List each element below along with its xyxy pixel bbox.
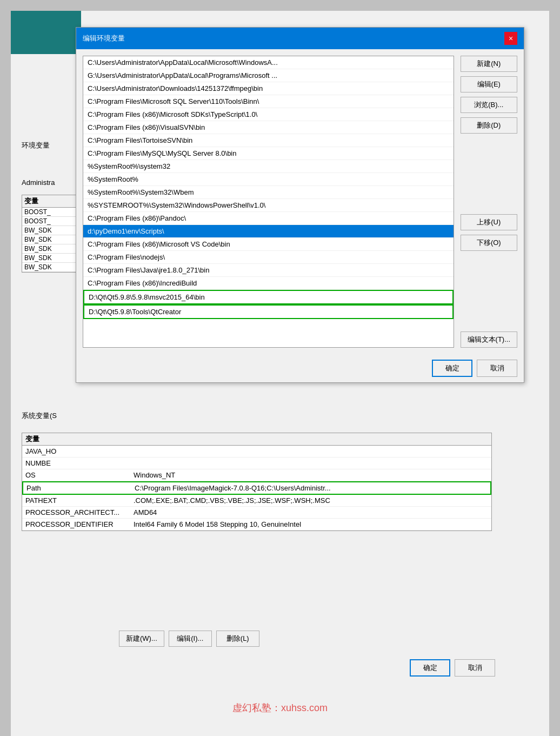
bg-bottom-buttons: 新建(W)... 编辑(I)... 删除(L) (119, 631, 259, 647)
bg-cancel-button[interactable]: 取消 (455, 659, 495, 677)
path-list-item[interactable]: D:\Qt\Qt5.9.8\Tools\QtCreator (83, 304, 454, 319)
screen-wrapper: 环境变量 Administra 变量 BOOST_ BOOST_ BW_SDK … (11, 11, 549, 736)
bg-ok-button[interactable]: 确定 (410, 659, 450, 677)
edit-env-var-dialog: 编辑环境变量 × C:\Users\Administrator\AppData\… (76, 27, 524, 383)
path-list-item[interactable]: C:\Program Files\Microsoft SQL Server\11… (83, 95, 454, 108)
path-list-item[interactable]: D:\Qt\Qt5.9.8\5.9.8\msvc2015_64\bin (83, 290, 454, 304)
path-list-item[interactable]: C:\Program Files (x86)\Pandoc\ (83, 212, 454, 225)
table-row: PROCESSOR_ARCHITECT... AMD64 (22, 507, 491, 519)
bg-systable-val-col (134, 434, 488, 444)
table-row: PROCESSOR_IDENTIFIER Intel64 Family 6 Mo… (22, 519, 491, 531)
path-list-item[interactable]: C:\Program Files\MySQL\MySQL Server 8.0\… (83, 147, 454, 160)
bg-new-button[interactable]: 新建(W)... (119, 631, 164, 647)
path-list-item[interactable]: %SystemRoot%\System32\Wbem (83, 186, 454, 199)
path-list-item[interactable]: C:\Program Files (x86)\Microsoft SDKs\Ty… (83, 108, 454, 121)
right-buttons-panel: 新建(N) 编辑(E) 浏览(B)... 删除(D) 上移(U) 下移(O) 编… (461, 56, 517, 348)
watermark: 虚幻私塾：xuhss.com (232, 701, 328, 714)
path-list-item[interactable]: C:\Users\Administrator\Downloads\1425137… (83, 82, 454, 95)
dialog-title: 编辑环境变量 (83, 34, 125, 43)
bg-systable-header: 变量 (22, 433, 491, 446)
path-list-item[interactable]: C:\Program Files (x86)\VisualSVN\bin (83, 121, 454, 134)
path-list-item[interactable]: G:\Users\Administrator\AppData\Local\Pro… (83, 69, 454, 82)
bg-admin-label: Administra (22, 178, 55, 187)
bg-systable-var-col: 变量 (25, 434, 134, 444)
new-button[interactable]: 新建(N) (461, 56, 517, 72)
delete-button[interactable]: 删除(D) (461, 117, 517, 134)
path-list[interactable]: C:\Users\Administrator\AppData\Local\Mic… (83, 56, 454, 348)
edit-text-button[interactable]: 编辑文本(T)... (461, 331, 517, 348)
path-list-item[interactable]: %SYSTEMROOT%\System32\WindowsPowerShell\… (83, 199, 454, 212)
table-row: JAVA_HO (22, 446, 491, 457)
path-list-item[interactable]: C:\Program Files (x86)\Microsoft VS Code… (83, 238, 454, 251)
close-button[interactable]: × (504, 32, 517, 45)
path-list-item[interactable]: C:\Users\Administrator\AppData\Local\Mic… (83, 56, 454, 69)
path-list-item[interactable]: %SystemRoot%\system32 (83, 160, 454, 173)
table-row: PATHEXT .COM;.EXE;.BAT;.CMD;.VBS;.VBE;.J… (22, 495, 491, 507)
table-row: NUMBE (22, 457, 491, 469)
path-val-cell: C:\Program Files\ImageMagick-7.0.8-Q16;C… (135, 484, 487, 492)
path-var-cell: Path (26, 484, 135, 492)
bg-edit-button[interactable]: 编辑(I)... (169, 631, 212, 647)
bg-var-col-header: 变量 (24, 196, 38, 206)
dialog-bottom: 确定 取消 (76, 354, 524, 382)
bg-huanjing-label: 环境变量 (22, 141, 50, 150)
path-list-item[interactable]: C:\Program Files\nodejs\ (83, 251, 454, 264)
path-list-item[interactable]: d:\pyDemo1\env\Scripts\ (83, 225, 454, 238)
browse-button[interactable]: 浏览(B)... (461, 97, 517, 113)
bg-ok-cancel: 确定 取消 (410, 659, 495, 677)
bg-sysvars-label: 系统变量(S (22, 411, 57, 421)
path-row-highlighted: Path C:\Program Files\ImageMagick-7.0.8-… (22, 481, 491, 495)
move-up-button[interactable]: 上移(U) (461, 214, 517, 230)
path-list-item[interactable]: C:\Program Files\TortoiseSVN\bin (83, 134, 454, 147)
path-list-item[interactable]: C:\Program Files (x86)\IncrediBuild (83, 277, 454, 290)
move-down-button[interactable]: 下移(O) (461, 235, 517, 251)
dialog-ok-button[interactable]: 确定 (432, 360, 472, 377)
dialog-body: C:\Users\Administrator\AppData\Local\Mic… (76, 49, 524, 354)
dialog-cancel-button[interactable]: 取消 (477, 360, 517, 377)
path-list-item[interactable]: %SystemRoot% (83, 173, 454, 186)
dialog-titlebar: 编辑环境变量 × (76, 28, 524, 49)
edit-button[interactable]: 编辑(E) (461, 76, 517, 92)
table-row: OS Windows_NT (22, 469, 491, 481)
bg-system-vars-table: 变量 JAVA_HO NUMBE OS Windows_NT Path C:\P… (22, 433, 492, 531)
bg-delete-button[interactable]: 删除(L) (216, 631, 259, 647)
path-list-item[interactable]: C:\Program Files\Java\jre1.8.0_271\bin (83, 264, 454, 277)
bg-teal-header (11, 11, 81, 54)
